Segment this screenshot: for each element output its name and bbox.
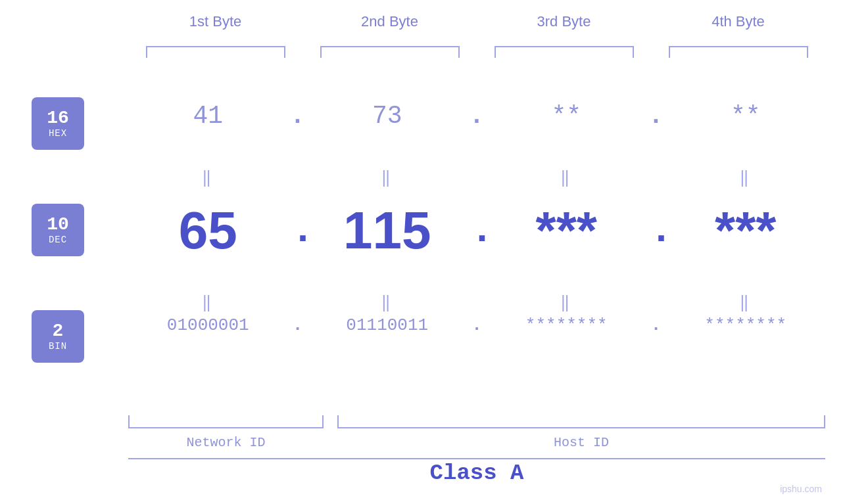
dec-cell-3: *** (487, 200, 646, 261)
bin-value-4: ******** (704, 315, 786, 335)
hex-value-2: 73 (372, 102, 402, 130)
equals-cell-6: ‖ (308, 293, 468, 312)
bin-value-3: ******** (525, 315, 608, 335)
dec-cell-1: 65 (128, 200, 288, 261)
dec-cell-4: *** (666, 200, 826, 261)
equals-cell-1: ‖ (128, 168, 288, 187)
bracket-line-2 (320, 46, 460, 58)
byte-label-2: 2nd Byte (302, 13, 477, 30)
hex-cell-4: ** (666, 102, 826, 130)
bracket-line-1 (146, 46, 285, 58)
badge-bin-label: BIN (49, 341, 67, 352)
network-id-label: Network ID (128, 435, 324, 450)
bracket-line-4 (669, 46, 808, 58)
byte-label-4: 4th Byte (651, 13, 825, 30)
bin-dot-2: . (467, 315, 487, 335)
dec-dot-2: . (467, 211, 487, 250)
equals-hex-dec: ‖ ‖ ‖ ‖ (128, 168, 825, 187)
badge-bin: 2 BIN (32, 310, 84, 363)
equals-cell-4: ‖ (666, 168, 826, 187)
dec-dot-3: . (646, 211, 666, 250)
bin-row: 01000001 . 01110011 . ******** . *******… (128, 315, 825, 335)
dec-value-3: *** (536, 201, 597, 260)
network-bracket (128, 415, 324, 428)
watermark: ipshu.com (780, 484, 822, 494)
host-bracket (337, 415, 825, 428)
badge-hex: 16 HEX (32, 97, 84, 150)
hex-dot-3: . (646, 102, 666, 130)
id-labels: Network ID Host ID (128, 435, 825, 450)
top-brackets (128, 46, 825, 58)
class-label: Class A (128, 461, 825, 486)
bracket-4 (651, 46, 825, 58)
equals-spacer-2 (467, 168, 487, 187)
equals-spacer-4 (288, 293, 308, 312)
hex-dot-1: . (288, 102, 308, 130)
hex-cell-1: 41 (128, 102, 288, 130)
bin-dot-3: . (646, 315, 666, 335)
bin-cell-3: ******** (487, 315, 646, 335)
hex-cell-3: ** (487, 102, 646, 130)
bin-cell-1: 01000001 (128, 315, 288, 335)
byte-labels-row: 1st Byte 2nd Byte 3rd Byte 4th Byte (128, 13, 825, 30)
dec-value-2: 115 (343, 201, 431, 260)
dec-value-4: *** (715, 201, 776, 260)
byte-label-1: 1st Byte (128, 13, 302, 30)
bin-cell-2: 01110011 (308, 315, 468, 335)
equals-dec-bin: ‖ ‖ ‖ ‖ (128, 293, 825, 312)
bottom-brackets (128, 415, 825, 428)
host-id-label: Host ID (337, 435, 825, 450)
bin-value-1: 01000001 (167, 315, 249, 335)
dec-dot-1: . (288, 211, 308, 250)
equals-cell-7: ‖ (487, 293, 646, 312)
hex-dot-2: . (467, 102, 487, 130)
bracket-1 (128, 46, 302, 58)
hex-value-1: 41 (193, 102, 223, 130)
bin-value-2: 01110011 (346, 315, 428, 335)
badge-hex-label: HEX (49, 128, 67, 139)
equals-cell-2: ‖ (308, 168, 468, 187)
dec-cell-2: 115 (308, 200, 468, 261)
hex-value-4: ** (731, 102, 761, 130)
equals-spacer-3 (646, 168, 666, 187)
equals-cell-8: ‖ (666, 293, 826, 312)
hex-row: 41 . 73 . ** . ** (128, 102, 825, 130)
hex-value-3: ** (551, 102, 581, 130)
badge-bin-number: 2 (53, 321, 64, 342)
main-container: { "bytes": { "labels": ["1st Byte", "2nd… (0, 0, 845, 504)
badge-dec: 10 DEC (32, 204, 84, 256)
dec-value-1: 65 (179, 201, 237, 260)
bracket-line-3 (495, 46, 634, 58)
badge-dec-label: DEC (49, 235, 67, 245)
badge-dec-number: 10 (47, 215, 69, 235)
byte-label-3: 3rd Byte (477, 13, 651, 30)
bin-cell-4: ******** (666, 315, 826, 335)
dec-row: 65 . 115 . *** . *** (128, 200, 825, 261)
equals-spacer-5 (467, 293, 487, 312)
bracket-3 (477, 46, 651, 58)
bracket-2 (302, 46, 477, 58)
equals-spacer-1 (288, 168, 308, 187)
bin-dot-1: . (288, 315, 308, 335)
equals-cell-5: ‖ (128, 293, 288, 312)
bottom-line (128, 458, 825, 459)
badge-hex-number: 16 (47, 108, 69, 129)
equals-cell-3: ‖ (487, 168, 646, 187)
hex-cell-2: 73 (308, 102, 468, 130)
equals-spacer-6 (646, 293, 666, 312)
